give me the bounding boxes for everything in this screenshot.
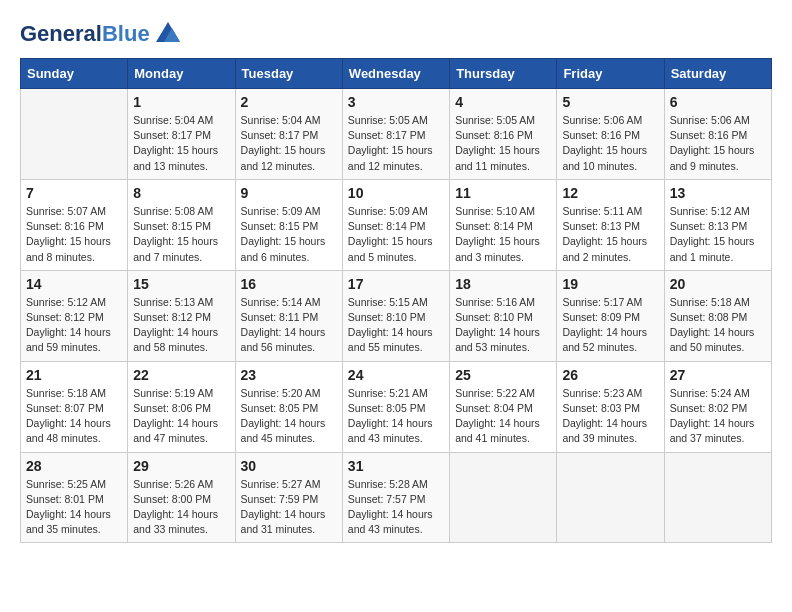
calendar-cell: 25Sunrise: 5:22 AMSunset: 8:04 PMDayligh… (450, 361, 557, 452)
calendar-cell: 3Sunrise: 5:05 AMSunset: 8:17 PMDaylight… (342, 89, 449, 180)
calendar-cell: 27Sunrise: 5:24 AMSunset: 8:02 PMDayligh… (664, 361, 771, 452)
day-number: 23 (241, 367, 337, 383)
calendar-header: SundayMondayTuesdayWednesdayThursdayFrid… (21, 59, 772, 89)
day-number: 19 (562, 276, 658, 292)
day-number: 15 (133, 276, 229, 292)
calendar-cell (557, 452, 664, 543)
day-detail: Sunrise: 5:09 AMSunset: 8:14 PMDaylight:… (348, 204, 444, 265)
day-detail: Sunrise: 5:16 AMSunset: 8:10 PMDaylight:… (455, 295, 551, 356)
day-detail: Sunrise: 5:09 AMSunset: 8:15 PMDaylight:… (241, 204, 337, 265)
calendar-table: SundayMondayTuesdayWednesdayThursdayFrid… (20, 58, 772, 543)
calendar-cell (664, 452, 771, 543)
calendar-cell: 22Sunrise: 5:19 AMSunset: 8:06 PMDayligh… (128, 361, 235, 452)
day-detail: Sunrise: 5:15 AMSunset: 8:10 PMDaylight:… (348, 295, 444, 356)
day-detail: Sunrise: 5:19 AMSunset: 8:06 PMDaylight:… (133, 386, 229, 447)
calendar-cell: 11Sunrise: 5:10 AMSunset: 8:14 PMDayligh… (450, 179, 557, 270)
weekday-header-row: SundayMondayTuesdayWednesdayThursdayFrid… (21, 59, 772, 89)
calendar-cell: 18Sunrise: 5:16 AMSunset: 8:10 PMDayligh… (450, 270, 557, 361)
day-number: 26 (562, 367, 658, 383)
day-number: 6 (670, 94, 766, 110)
weekday-header-friday: Friday (557, 59, 664, 89)
calendar-cell: 16Sunrise: 5:14 AMSunset: 8:11 PMDayligh… (235, 270, 342, 361)
calendar-cell: 1Sunrise: 5:04 AMSunset: 8:17 PMDaylight… (128, 89, 235, 180)
day-detail: Sunrise: 5:06 AMSunset: 8:16 PMDaylight:… (562, 113, 658, 174)
calendar-cell: 15Sunrise: 5:13 AMSunset: 8:12 PMDayligh… (128, 270, 235, 361)
day-number: 4 (455, 94, 551, 110)
day-number: 21 (26, 367, 122, 383)
calendar-cell: 28Sunrise: 5:25 AMSunset: 8:01 PMDayligh… (21, 452, 128, 543)
logo-text: GeneralBlue (20, 22, 150, 46)
day-number: 18 (455, 276, 551, 292)
calendar-cell: 8Sunrise: 5:08 AMSunset: 8:15 PMDaylight… (128, 179, 235, 270)
day-number: 3 (348, 94, 444, 110)
day-number: 12 (562, 185, 658, 201)
day-number: 25 (455, 367, 551, 383)
day-number: 31 (348, 458, 444, 474)
day-number: 16 (241, 276, 337, 292)
calendar-cell (450, 452, 557, 543)
day-detail: Sunrise: 5:07 AMSunset: 8:16 PMDaylight:… (26, 204, 122, 265)
calendar-cell: 23Sunrise: 5:20 AMSunset: 8:05 PMDayligh… (235, 361, 342, 452)
day-detail: Sunrise: 5:26 AMSunset: 8:00 PMDaylight:… (133, 477, 229, 538)
calendar-week-row: 21Sunrise: 5:18 AMSunset: 8:07 PMDayligh… (21, 361, 772, 452)
day-number: 8 (133, 185, 229, 201)
calendar-cell: 19Sunrise: 5:17 AMSunset: 8:09 PMDayligh… (557, 270, 664, 361)
day-detail: Sunrise: 5:21 AMSunset: 8:05 PMDaylight:… (348, 386, 444, 447)
day-number: 20 (670, 276, 766, 292)
day-detail: Sunrise: 5:12 AMSunset: 8:12 PMDaylight:… (26, 295, 122, 356)
weekday-header-wednesday: Wednesday (342, 59, 449, 89)
calendar-cell: 21Sunrise: 5:18 AMSunset: 8:07 PMDayligh… (21, 361, 128, 452)
weekday-header-tuesday: Tuesday (235, 59, 342, 89)
day-detail: Sunrise: 5:05 AMSunset: 8:16 PMDaylight:… (455, 113, 551, 174)
calendar-cell: 30Sunrise: 5:27 AMSunset: 7:59 PMDayligh… (235, 452, 342, 543)
day-number: 5 (562, 94, 658, 110)
day-number: 7 (26, 185, 122, 201)
day-detail: Sunrise: 5:18 AMSunset: 8:08 PMDaylight:… (670, 295, 766, 356)
day-detail: Sunrise: 5:22 AMSunset: 8:04 PMDaylight:… (455, 386, 551, 447)
day-detail: Sunrise: 5:06 AMSunset: 8:16 PMDaylight:… (670, 113, 766, 174)
day-number: 10 (348, 185, 444, 201)
day-detail: Sunrise: 5:25 AMSunset: 8:01 PMDaylight:… (26, 477, 122, 538)
calendar-week-row: 7Sunrise: 5:07 AMSunset: 8:16 PMDaylight… (21, 179, 772, 270)
day-detail: Sunrise: 5:12 AMSunset: 8:13 PMDaylight:… (670, 204, 766, 265)
day-number: 17 (348, 276, 444, 292)
day-number: 11 (455, 185, 551, 201)
calendar-cell: 2Sunrise: 5:04 AMSunset: 8:17 PMDaylight… (235, 89, 342, 180)
day-detail: Sunrise: 5:13 AMSunset: 8:12 PMDaylight:… (133, 295, 229, 356)
weekday-header-saturday: Saturday (664, 59, 771, 89)
calendar-cell: 6Sunrise: 5:06 AMSunset: 8:16 PMDaylight… (664, 89, 771, 180)
day-number: 1 (133, 94, 229, 110)
day-detail: Sunrise: 5:24 AMSunset: 8:02 PMDaylight:… (670, 386, 766, 447)
calendar-cell: 24Sunrise: 5:21 AMSunset: 8:05 PMDayligh… (342, 361, 449, 452)
day-detail: Sunrise: 5:11 AMSunset: 8:13 PMDaylight:… (562, 204, 658, 265)
day-number: 30 (241, 458, 337, 474)
day-detail: Sunrise: 5:17 AMSunset: 8:09 PMDaylight:… (562, 295, 658, 356)
calendar-cell: 9Sunrise: 5:09 AMSunset: 8:15 PMDaylight… (235, 179, 342, 270)
page-header: GeneralBlue (20, 20, 772, 48)
calendar-cell: 12Sunrise: 5:11 AMSunset: 8:13 PMDayligh… (557, 179, 664, 270)
day-number: 29 (133, 458, 229, 474)
logo-icon (154, 20, 182, 48)
day-detail: Sunrise: 5:18 AMSunset: 8:07 PMDaylight:… (26, 386, 122, 447)
calendar-cell: 17Sunrise: 5:15 AMSunset: 8:10 PMDayligh… (342, 270, 449, 361)
day-detail: Sunrise: 5:04 AMSunset: 8:17 PMDaylight:… (133, 113, 229, 174)
weekday-header-monday: Monday (128, 59, 235, 89)
calendar-cell: 31Sunrise: 5:28 AMSunset: 7:57 PMDayligh… (342, 452, 449, 543)
day-number: 13 (670, 185, 766, 201)
day-detail: Sunrise: 5:23 AMSunset: 8:03 PMDaylight:… (562, 386, 658, 447)
day-detail: Sunrise: 5:05 AMSunset: 8:17 PMDaylight:… (348, 113, 444, 174)
calendar-body: 1Sunrise: 5:04 AMSunset: 8:17 PMDaylight… (21, 89, 772, 543)
day-number: 14 (26, 276, 122, 292)
day-detail: Sunrise: 5:28 AMSunset: 7:57 PMDaylight:… (348, 477, 444, 538)
weekday-header-thursday: Thursday (450, 59, 557, 89)
calendar-cell: 20Sunrise: 5:18 AMSunset: 8:08 PMDayligh… (664, 270, 771, 361)
day-detail: Sunrise: 5:20 AMSunset: 8:05 PMDaylight:… (241, 386, 337, 447)
calendar-cell: 13Sunrise: 5:12 AMSunset: 8:13 PMDayligh… (664, 179, 771, 270)
calendar-cell (21, 89, 128, 180)
calendar-cell: 7Sunrise: 5:07 AMSunset: 8:16 PMDaylight… (21, 179, 128, 270)
calendar-cell: 14Sunrise: 5:12 AMSunset: 8:12 PMDayligh… (21, 270, 128, 361)
day-number: 22 (133, 367, 229, 383)
calendar-cell: 26Sunrise: 5:23 AMSunset: 8:03 PMDayligh… (557, 361, 664, 452)
day-number: 27 (670, 367, 766, 383)
day-number: 28 (26, 458, 122, 474)
